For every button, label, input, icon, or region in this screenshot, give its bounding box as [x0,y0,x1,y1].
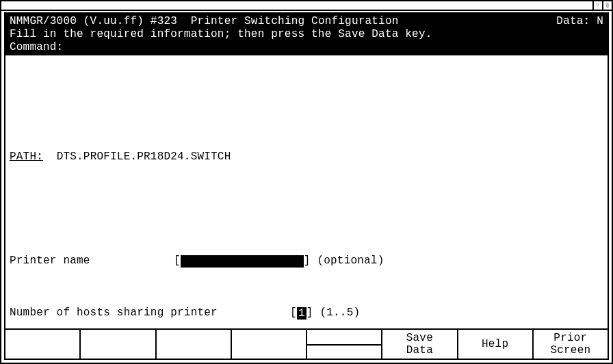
path-row: PATH: DTS.PROFILE.PR18D24.SWITCH [10,151,603,164]
maximize-icon[interactable] [602,1,612,10]
printer-name-label: Printer name [10,255,174,268]
num-hosts-label: Number of hosts sharing printer [10,307,290,320]
num-hosts-input[interactable] [297,307,306,320]
fkey-3[interactable] [157,330,232,359]
fkey-1[interactable] [5,330,81,359]
fkey-6-save-data[interactable]: SaveData [382,330,458,359]
app-window: NMMGR/3000 (V.uu.ff) #323 Printer Switch… [0,0,613,364]
titlebar [1,1,612,11]
app-id: NMMGR/3000 (V.uu.ff) #323 [10,15,177,28]
terminal-frame: NMMGR/3000 (V.uu.ff) #323 Printer Switch… [4,12,609,360]
instructions-text: Fill in the required information; then p… [10,28,432,41]
fkey-7-help[interactable]: Help [458,330,534,359]
fkey-2[interactable] [81,330,156,359]
command-label: Command: [10,41,63,54]
num-hosts-hint: (1..5) [319,307,360,320]
function-key-bar: SaveData Help PriorScreen [5,328,608,359]
path-label: PATH: [10,151,43,164]
data-indicator-label: Data: [556,15,590,28]
minimize-icon[interactable] [592,1,602,10]
path-value: DTS.PROFILE.PR18D24.SWITCH [57,151,231,164]
fkey-5[interactable] [307,330,382,359]
printer-name-input[interactable] [181,255,304,268]
data-indicator-value: N [597,15,603,28]
printer-name-hint: (optional) [317,255,384,268]
screen-title: Printer Switching Configuration [191,15,399,28]
screen-body: PATH: DTS.PROFILE.PR18D24.SWITCH Printer… [5,55,608,364]
fkey-4[interactable] [232,330,307,359]
screen-header: NMMGR/3000 (V.uu.ff) #323 Printer Switch… [5,14,608,55]
fkey-8-prior-screen[interactable]: PriorScreen [534,330,608,359]
